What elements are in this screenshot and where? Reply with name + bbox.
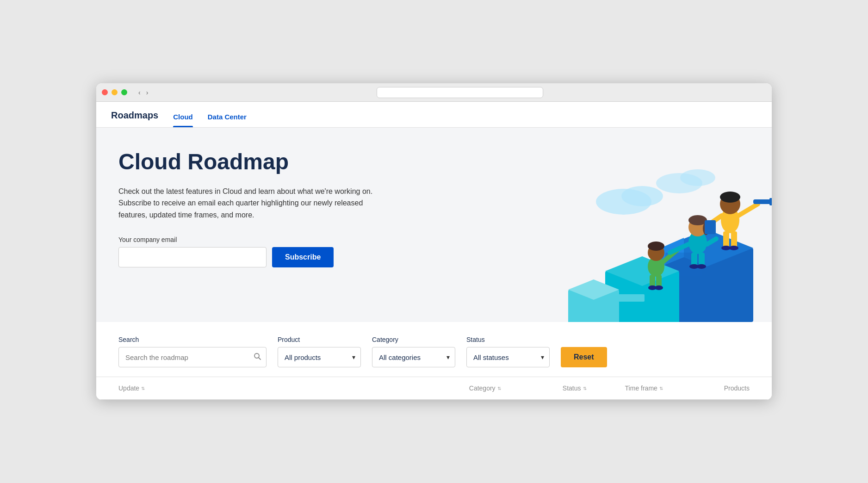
product-select[interactable]: All products Jira Confluence Trello Bitb… (278, 347, 361, 367)
col-header-category[interactable]: Category ⇅ (469, 384, 563, 392)
svg-rect-35 (731, 231, 737, 248)
hero-content: Cloud Roadmap Check out the latest featu… (118, 150, 424, 267)
tab-data-center[interactable]: Data Center (208, 113, 247, 127)
hero-title: Cloud Roadmap (118, 150, 424, 174)
maximize-button[interactable] (121, 89, 127, 95)
product-label: Product (278, 336, 361, 343)
status-group: Status All statuses Shipped In progress … (466, 336, 550, 367)
status-select[interactable]: All statuses Shipped In progress Coming … (466, 347, 550, 367)
back-button[interactable]: ‹ (136, 88, 143, 97)
category-select[interactable]: All categories Automation Admin Integrat… (372, 347, 455, 367)
category-select-wrap: All categories Automation Admin Integrat… (372, 347, 455, 367)
svg-line-38 (738, 204, 758, 216)
svg-point-1 (621, 186, 663, 206)
product-select-wrap: All products Jira Confluence Trello Bitb… (278, 347, 361, 367)
browser-window: ‹ › Roadmaps Cloud Data Center Cloud Roa… (96, 83, 772, 400)
svg-rect-39 (753, 199, 772, 204)
svg-rect-34 (723, 231, 729, 248)
hero-description: Check out the latest features in Cloud a… (118, 186, 387, 221)
email-label: Your company email (118, 236, 424, 243)
category-group: Category All categories Automation Admin… (372, 336, 455, 367)
subscribe-form: Subscribe (118, 247, 424, 267)
col-header-products: Products (695, 384, 750, 392)
brand-logo: Roadmaps (111, 110, 158, 127)
email-input[interactable] (118, 247, 267, 267)
sort-icon-timeframe: ⇅ (659, 386, 663, 391)
reset-button[interactable]: Reset (561, 347, 607, 367)
search-input[interactable] (118, 347, 267, 367)
col-header-update[interactable]: Update ⇅ (118, 384, 274, 392)
nav-buttons: ‹ › (136, 88, 150, 97)
titlebar: ‹ › (96, 83, 772, 102)
tab-cloud[interactable]: Cloud (173, 113, 193, 127)
filter-bar: Search Product All products (96, 322, 772, 377)
product-group: Product All products Jira Confluence Tre… (278, 336, 361, 367)
hero-section: Cloud Roadmap Check out the latest featu… (96, 128, 772, 322)
svg-point-15 (648, 242, 664, 251)
search-label: Search (118, 336, 267, 343)
forward-button[interactable]: › (144, 88, 150, 97)
sort-icon-status: ⇅ (583, 386, 587, 391)
svg-point-3 (680, 169, 715, 186)
sort-icon-update: ⇅ (141, 386, 145, 391)
col-header-status[interactable]: Status ⇅ (563, 384, 625, 392)
svg-rect-10 (617, 294, 645, 302)
svg-point-37 (729, 246, 738, 250)
svg-point-19 (655, 285, 663, 290)
filter-row: Search Product All products (118, 333, 750, 367)
svg-line-44 (259, 358, 260, 359)
close-button[interactable] (102, 89, 108, 95)
sort-icon-category: ⇅ (497, 386, 501, 391)
subscribe-button[interactable]: Subscribe (272, 247, 334, 267)
svg-point-33 (720, 192, 740, 203)
top-navbar: Roadmaps Cloud Data Center (96, 102, 772, 128)
category-label: Category (372, 336, 455, 343)
search-icon (254, 353, 261, 362)
svg-point-28 (697, 264, 706, 269)
svg-rect-40 (769, 198, 772, 205)
reset-group: Reset (561, 333, 607, 367)
table-header: Update ⇅ Category ⇅ Status ⇅ Time frame … (96, 377, 772, 400)
search-group: Search (118, 336, 267, 367)
minimize-button[interactable] (112, 89, 118, 95)
status-label: Status (466, 336, 550, 343)
svg-rect-42 (705, 220, 716, 234)
hero-illustration (531, 128, 772, 322)
status-select-wrap: All statuses Shipped In progress Coming … (466, 347, 550, 367)
col-header-timeframe[interactable]: Time frame ⇅ (625, 384, 695, 392)
url-bar[interactable] (377, 87, 543, 98)
search-input-wrap (118, 347, 267, 367)
